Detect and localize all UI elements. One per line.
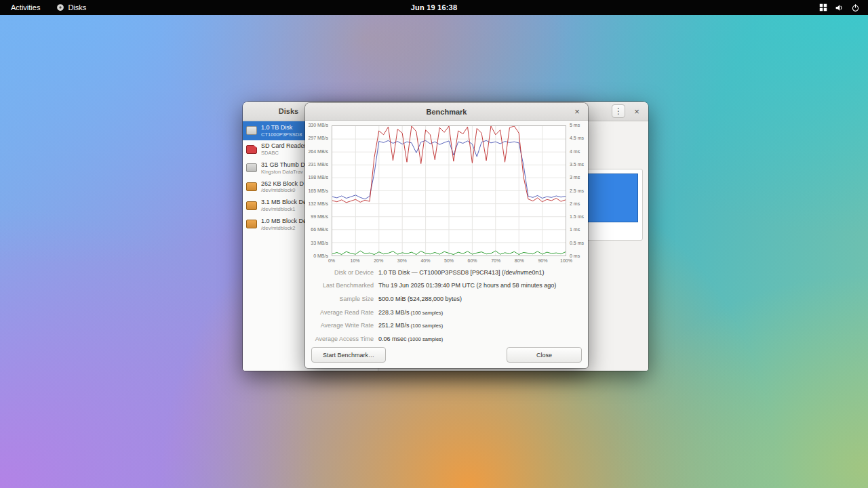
x-axis-tick: 10% [351, 258, 360, 263]
x-axis-tick: 90% [538, 258, 547, 263]
x-axis-tick: 80% [515, 258, 524, 263]
disk-detail: CT1000P3PSSD8 [261, 131, 302, 138]
x-axis-tick: 100% [560, 258, 572, 263]
disk-labels: 3.1 MB Block De/dev/mtdblock1 [261, 199, 307, 212]
y-axis-left-tick: 231 MB/s [308, 162, 328, 167]
top-bar-left: Activities Disks [8, 0, 89, 15]
y-axis-left-tick: 0 MB/s [313, 253, 328, 258]
detail-row: Average Access Time0.06 msec (1000 sampl… [305, 332, 588, 346]
benchmark-dialog: Benchmark × 330 MB/s297 MB/s264 MB/s231 … [305, 103, 588, 368]
detail-note: (1000 samples) [407, 336, 443, 342]
volume-icon [835, 3, 844, 12]
benchmark-dialog-title: Benchmark [305, 108, 588, 116]
x-axis-tick: 60% [468, 258, 477, 263]
x-axis-tick: 30% [397, 258, 407, 263]
hard-drive-icon [246, 126, 257, 135]
y-axis-left-tick: 132 MB/s [308, 201, 328, 206]
x-axis-tick: 0% [328, 258, 335, 263]
detail-note: (100 samples) [410, 310, 443, 316]
x-axis-tick: 20% [374, 258, 383, 263]
y-axis-right-tick: 2 ms [570, 201, 580, 206]
sd-card-icon [246, 145, 257, 154]
disks-close-button[interactable]: × [630, 104, 644, 118]
y-axis-left-tick: 165 MB/s [308, 188, 328, 193]
y-axis-right-tick: 4.5 ms [570, 136, 584, 140]
detail-row: Sample Size500.0 MiB (524,288,000 bytes) [305, 292, 588, 306]
y-axis-right-tick: 2.5 ms [570, 188, 584, 193]
y-axis-left-tick: 66 MB/s [311, 227, 328, 232]
detail-value: 228.3 MB/s (100 samples) [378, 309, 443, 316]
block-device-icon [246, 220, 257, 228]
disk-detail: Kingston DataTrav [261, 169, 305, 175]
disk-labels: 1.0 TB DiskCT1000P3PSSD8 [261, 124, 302, 138]
detail-row: Last BenchmarkedThu 19 Jun 2025 01:39:40… [305, 279, 588, 293]
disks-app-icon [56, 3, 64, 12]
y-axis-left-tick: 99 MB/s [311, 214, 328, 219]
disk-name: 1.0 TB Disk [261, 124, 302, 131]
y-axis-left-tick: 198 MB/s [308, 175, 328, 180]
close-button[interactable]: Close [507, 347, 582, 363]
disk-labels: 31 GB Thumb DKingston DataTrav [261, 161, 305, 175]
detail-row: Average Write Rate251.2 MB/s (100 sample… [305, 319, 588, 332]
benchmark-chart-svg [332, 126, 566, 256]
focused-app-indicator[interactable]: Disks [54, 0, 89, 15]
y-axis-right-tick: 3.5 ms [570, 162, 584, 167]
y-axis-right-tick: 0 ms [570, 253, 580, 258]
disk-name: 31 GB Thumb D [261, 161, 305, 169]
detail-label: Disk or Device [305, 269, 374, 276]
y-axis-right: 5 ms4.5 ms4 ms3.5 ms3 ms2.5 ms2 ms1.5 ms… [570, 125, 588, 256]
focused-app-name: Disks [68, 3, 86, 12]
y-axis-right-tick: 0.5 ms [570, 241, 584, 245]
benchmark-titlebar[interactable]: Benchmark × [305, 103, 588, 121]
detail-value: 0.06 msec (1000 samples) [378, 336, 443, 342]
activities-button[interactable]: Activities [8, 0, 43, 15]
detail-row: Average Read Rate228.3 MB/s (100 samples… [305, 306, 588, 319]
block-device-icon [246, 182, 257, 191]
top-bar: Activities Disks Jun 19 16:38 [0, 0, 868, 15]
chart-plot-area [332, 125, 566, 256]
block-device-icon [246, 201, 257, 210]
disk-detail: /dev/mtdblock1 [261, 206, 307, 212]
detail-note: (100 samples) [410, 323, 443, 329]
benchmark-details: Disk or Device1.0 TB Disk — CT1000P3PSSD… [305, 266, 588, 346]
y-axis-right-tick: 5 ms [570, 123, 580, 127]
y-axis-left: 330 MB/s297 MB/s264 MB/s231 MB/s198 MB/s… [305, 125, 330, 256]
app-menu-button[interactable]: ⋮ [612, 104, 625, 118]
start-benchmark-button[interactable]: Start Benchmark… [311, 347, 386, 363]
detail-row: Disk or Device1.0 TB Disk — CT1000P3PSSD… [305, 266, 588, 279]
disk-name: SD Card Reader [261, 142, 307, 150]
detail-label: Sample Size [305, 296, 374, 302]
y-axis-right-tick: 4 ms [570, 149, 580, 154]
detail-label: Average Access Time [305, 336, 374, 342]
detail-label: Average Read Rate [305, 309, 374, 316]
disk-labels: 262 KB Block D/dev/mtdblock0 [261, 180, 304, 194]
y-axis-left-tick: 33 MB/s [311, 241, 328, 245]
x-axis-tick: 40% [420, 258, 430, 263]
x-axis-tick: 70% [491, 258, 500, 263]
disk-name: 1.0 MB Block De [261, 218, 307, 225]
detail-label: Last Benchmarked [305, 282, 374, 289]
detail-value: 1.0 TB Disk — CT1000P3PSSD8 [P9CR413] (/… [378, 269, 544, 276]
x-axis-tick: 50% [444, 258, 454, 263]
screen-grid-icon [819, 3, 827, 12]
clock[interactable]: Jun 19 16:38 [411, 3, 457, 12]
thumb-drive-icon [246, 163, 257, 172]
benchmark-chart: 330 MB/s297 MB/s264 MB/s231 MB/s198 MB/s… [305, 121, 588, 266]
disk-name: 3.1 MB Block De [261, 199, 307, 206]
power-icon [851, 3, 860, 12]
y-axis-right-tick: 1 ms [570, 227, 580, 232]
benchmark-close-icon-button[interactable]: × [570, 104, 584, 118]
y-axis-left-tick: 330 MB/s [308, 123, 328, 127]
desktop-background: Activities Disks Jun 19 16:38 Disks [0, 0, 868, 488]
disk-detail: /dev/mtdblock0 [261, 187, 304, 193]
detail-label: Average Write Rate [305, 322, 374, 329]
system-tray[interactable] [816, 0, 863, 15]
disk-detail: /dev/mtdblock2 [261, 225, 307, 231]
y-axis-left-tick: 297 MB/s [308, 136, 328, 140]
detail-value: 500.0 MiB (524,288,000 bytes) [378, 296, 462, 302]
y-axis-left-tick: 264 MB/s [308, 149, 328, 154]
y-axis-right-tick: 1.5 ms [570, 214, 584, 219]
dialog-button-row: Start Benchmark… Close [311, 347, 582, 363]
detail-value: Thu 19 Jun 2025 01:39:40 PM UTC (2 hours… [378, 282, 556, 289]
disk-labels: SD Card ReaderSDABC [261, 142, 307, 156]
